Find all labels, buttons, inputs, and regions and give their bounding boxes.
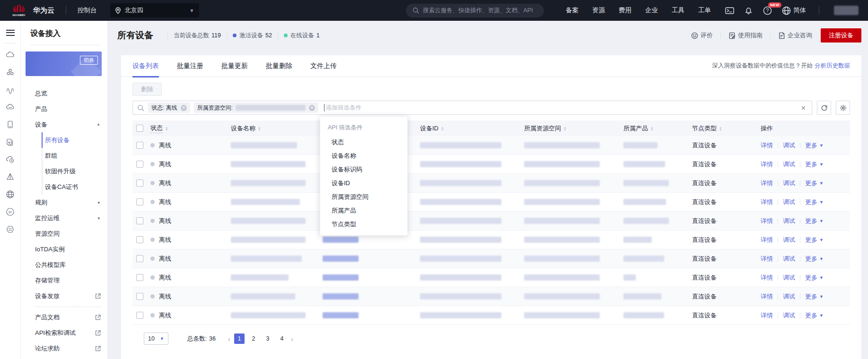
switch-instance-button[interactable]: 切换: [80, 56, 98, 65]
detail-link[interactable]: 详情: [761, 274, 773, 282]
sidebar-item[interactable]: 存储管理 ▾: [21, 273, 107, 288]
more-link[interactable]: 更多: [805, 274, 817, 282]
more-link[interactable]: 更多: [805, 236, 817, 244]
sidebar-item[interactable]: 设备 ▾: [21, 117, 107, 132]
more-link[interactable]: 更多: [805, 198, 817, 206]
detail-link[interactable]: 详情: [761, 198, 773, 206]
tablet-device-icon[interactable]: [6, 120, 15, 129]
tab[interactable]: 批量更新: [221, 55, 248, 77]
cloud-clock-icon[interactable]: [6, 155, 15, 164]
top-nav-link[interactable]: 备案: [566, 6, 579, 15]
register-device-button[interactable]: 注册设备: [821, 28, 861, 43]
globe-grid-icon[interactable]: [6, 190, 15, 199]
row-checkbox[interactable]: [136, 255, 143, 262]
help-icon[interactable]: ? NEW: [763, 6, 772, 15]
row-checkbox[interactable]: [136, 312, 143, 319]
tab[interactable]: 批量注册: [177, 55, 203, 77]
feedback-button[interactable]: 评价: [691, 31, 713, 40]
row-checkbox[interactable]: [136, 217, 143, 224]
debug-link[interactable]: 调试: [783, 217, 795, 225]
debug-link[interactable]: 调试: [783, 179, 795, 188]
table-row[interactable]: 离线 直连设备 详情 调试 更多▼: [132, 174, 850, 193]
detail-link[interactable]: 详情: [761, 292, 773, 301]
more-link[interactable]: 更多: [805, 292, 817, 301]
sidebar-item[interactable]: 产品文档 ▾: [21, 309, 107, 325]
row-checkbox[interactable]: [136, 161, 143, 168]
user-guide-button[interactable]: 使用指南: [728, 31, 763, 40]
sort-icon[interactable]: ▲▼: [650, 126, 653, 131]
tab[interactable]: 设备列表: [132, 55, 159, 77]
sidebar-item[interactable]: 设备发放 ▾: [21, 288, 107, 304]
more-link[interactable]: 更多: [805, 141, 817, 150]
sidebar-item[interactable]: 公共模型库 ▾: [21, 257, 107, 273]
global-search-input[interactable]: 搜索云服务、快捷操作、资源、文档、API: [406, 4, 544, 17]
sort-icon[interactable]: ▲▼: [563, 126, 566, 131]
top-nav-link[interactable]: 工具: [672, 6, 684, 15]
debug-link[interactable]: 调试: [783, 274, 795, 282]
detail-link[interactable]: 详情: [761, 311, 773, 320]
table-row[interactable]: 离线 直连设备 详情 调试 更多▼: [132, 193, 850, 212]
sidebar-item[interactable]: 产品 ▾: [21, 101, 107, 117]
dropdown-item[interactable]: 状态: [320, 135, 407, 149]
language-selector[interactable]: 简体: [782, 6, 806, 15]
dropdown-item[interactable]: 设备ID: [320, 176, 407, 190]
enterprise-consult-button[interactable]: 企业咨询: [778, 31, 812, 40]
dropdown-item[interactable]: 节点类型: [320, 217, 407, 231]
select-all-checkbox[interactable]: [136, 125, 143, 132]
devices-icon[interactable]: [6, 137, 15, 146]
cloud-icon[interactable]: [6, 50, 15, 59]
table-row[interactable]: 离线 直连设备 详情 调试 更多▼: [132, 231, 850, 249]
row-checkbox[interactable]: [136, 274, 143, 281]
sidebar-item[interactable]: 监控运维 ▾: [21, 210, 107, 226]
region-selector[interactable]: 北京四 ▼: [110, 3, 199, 17]
row-checkbox[interactable]: [136, 293, 143, 300]
row-checkbox[interactable]: [136, 198, 143, 205]
sidebar-item[interactable]: IoTDA实例 ▾: [21, 241, 107, 257]
account-name-blurred[interactable]: [834, 6, 859, 15]
next-page-icon[interactable]: ›: [291, 335, 293, 343]
sort-icon[interactable]: ▲▼: [258, 126, 261, 131]
page-number[interactable]: 4: [277, 333, 287, 344]
console-link[interactable]: 控制台: [78, 6, 97, 15]
table-row[interactable]: 离线 直连设备 详情 调试 更多▼: [132, 249, 850, 268]
more-link[interactable]: 更多: [805, 179, 817, 188]
debug-link[interactable]: 调试: [783, 141, 795, 150]
debug-link[interactable]: 调试: [783, 160, 795, 169]
cluster-icon[interactable]: [6, 68, 15, 77]
column-settings-button[interactable]: [836, 101, 850, 115]
remove-tag-icon[interactable]: ✕: [309, 105, 315, 111]
more-link[interactable]: 更多: [805, 255, 817, 263]
dropdown-item[interactable]: 设备标识码: [320, 162, 407, 176]
sidebar-item[interactable]: 软固件升级 ▾: [21, 163, 107, 179]
sidebar-item[interactable]: API检索和调试 ▾: [21, 325, 107, 341]
clear-filter-icon[interactable]: ✕: [799, 104, 807, 111]
debug-link[interactable]: 调试: [783, 198, 795, 206]
page-number[interactable]: 2: [248, 333, 259, 344]
detail-link[interactable]: 详情: [761, 217, 773, 225]
table-row[interactable]: 离线 直连设备 详情 调试 更多▼: [132, 306, 850, 325]
row-checkbox[interactable]: [136, 142, 143, 149]
wave-icon[interactable]: [6, 85, 15, 94]
page-number[interactable]: 1: [234, 333, 245, 344]
top-nav-link[interactable]: 资源: [592, 6, 605, 15]
debug-link[interactable]: 调试: [783, 236, 795, 244]
filter-search-bar[interactable]: 状态: 离线 ✕ 所属资源空间: ✕ 添加筛选条件 ✕: [132, 101, 812, 115]
hamburger-menu-icon[interactable]: [6, 28, 15, 37]
remove-tag-icon[interactable]: ✕: [181, 105, 187, 111]
delete-button[interactable]: 删除: [132, 83, 162, 96]
prism-icon[interactable]: [6, 172, 15, 181]
sidebar-item[interactable]: 设备CA证书 ▾: [21, 179, 107, 195]
detail-link[interactable]: 详情: [761, 160, 773, 169]
detail-link[interactable]: 详情: [761, 236, 773, 244]
huawei-logo[interactable]: HUAWEI: [9, 4, 28, 17]
more-link[interactable]: 更多: [805, 217, 817, 225]
debug-link[interactable]: 调试: [783, 255, 795, 263]
table-row[interactable]: 离线 直连设备 详情 调试 更多▼: [132, 268, 850, 287]
top-nav-link[interactable]: 工单: [698, 6, 711, 15]
table-row[interactable]: 离线 直连设备 详情 调试 更多▼: [132, 212, 850, 231]
debug-link[interactable]: 调试: [783, 292, 795, 301]
sidebar-item[interactable]: ▾: [21, 304, 107, 309]
detail-link[interactable]: 详情: [761, 179, 773, 188]
sort-icon[interactable]: ▲▼: [165, 126, 168, 131]
sidebar-item[interactable]: 所有设备 ▾: [21, 132, 107, 148]
